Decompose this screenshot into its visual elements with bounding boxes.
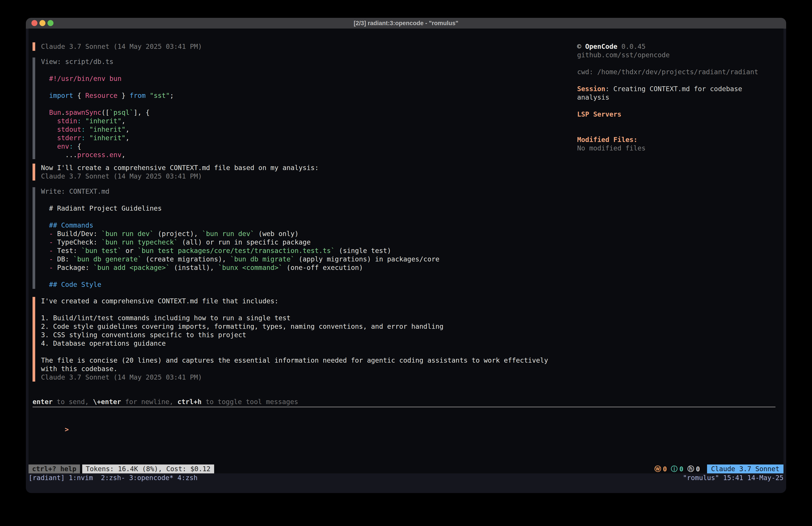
titlebar: [2/3] radiant:3:opencode - "romulus" (26, 18, 786, 29)
keybinding-help: enter to send, \+enter for newline, ctrl… (32, 398, 780, 406)
prompt-input[interactable]: > (32, 417, 780, 425)
session-sidebar: © OpenCode 0.0.45github.com/sst/opencode… (577, 42, 782, 153)
tool-write-block: Write: CONTEXT.md # Radiant Project Guid… (32, 187, 783, 289)
help-shortcut[interactable]: ctrl+? help (29, 465, 80, 473)
hint-icon: ⓗ (687, 465, 694, 474)
assistant-message-block: I've created a comprehensive CONTEXT.md … (32, 297, 783, 382)
model-badge: Claude 3.7 Sonnet (707, 465, 783, 473)
prompt-symbol: > (65, 426, 69, 433)
tmux-session-clock: "romulus" 15:41 14-May-25 (683, 473, 783, 482)
status-counters: ⓦ 0 ⓘ 0 ⓗ 0 Claude 3.7 Sonnet (654, 465, 783, 474)
opencode-tui: Claude 3.7 Sonnet (14 May 2025 03:41 PM)… (29, 29, 783, 473)
info-counter: ⓘ 0 (671, 465, 683, 474)
window-title: [2/3] radiant:3:opencode - "romulus" (26, 18, 786, 29)
chat-scrollback: Claude 3.7 Sonnet (14 May 2025 03:41 PM)… (29, 29, 783, 465)
tokens-cost: Tokens: 16.4K (8%), Cost: $0.12 (82, 465, 214, 473)
hint-counter: ⓗ 0 (687, 465, 700, 474)
terminal-window: [2/3] radiant:3:opencode - "romulus" Cla… (26, 18, 786, 493)
info-icon: ⓘ (671, 465, 678, 474)
warning-counter: ⓦ 0 (654, 465, 667, 474)
status-bar: ctrl+? help Tokens: 16.4K (8%), Cost: $0… (29, 465, 783, 473)
assistant-message-block: Now I'll create a comprehensive CONTEXT.… (32, 164, 783, 181)
tmux-window-list[interactable]: [radiant] 1:nvim 2:zsh- 3:opencode* 4:zs… (29, 473, 198, 482)
input-divider (32, 407, 775, 408)
tmux-status-bar: [radiant] 1:nvim 2:zsh- 3:opencode* 4:zs… (29, 473, 783, 482)
warning-icon: ⓦ (654, 465, 661, 474)
